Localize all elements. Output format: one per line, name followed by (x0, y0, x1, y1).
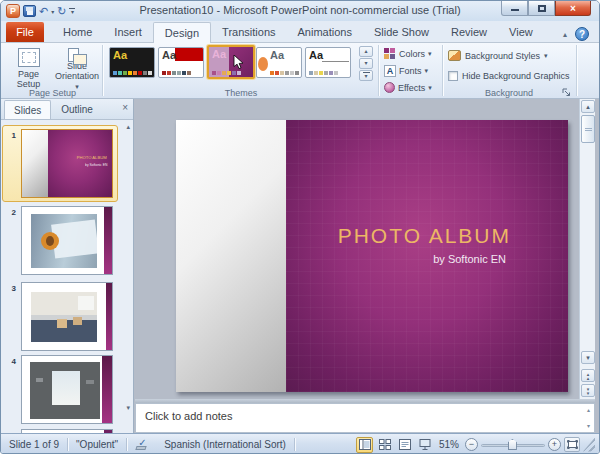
zoom-slider-thumb[interactable] (508, 439, 517, 450)
tab-view[interactable]: View (498, 21, 544, 42)
maximize-icon (538, 5, 546, 12)
zoom-out-button[interactable]: − (465, 438, 478, 451)
slide-subtitle-text[interactable]: by Softonic EN (433, 253, 506, 265)
notes-scroll-up-icon[interactable]: ▴ (587, 406, 590, 413)
minimize-button[interactable] (501, 1, 528, 16)
slide-counter[interactable]: Slide 1 of 9 (1, 434, 67, 454)
slide-show-view-button[interactable] (416, 437, 433, 453)
slide-number: 4 (4, 357, 16, 366)
slide-thumbnail-row-2[interactable]: 2 (1, 206, 134, 277)
zoom-slider[interactable] (481, 438, 545, 451)
minimize-ribbon-icon[interactable]: ▴ (563, 30, 567, 39)
theme-aa: Aa (270, 49, 284, 61)
thumb-title: PHOTO ALBUM (77, 155, 107, 160)
colors-icon (384, 48, 396, 60)
tab-animations[interactable]: Animations (287, 21, 363, 42)
next-slide-button[interactable]: ▾▾ (581, 384, 595, 397)
theme-thumbnail-opulent-selected[interactable]: Aa (207, 45, 255, 79)
vertical-scrollbar[interactable]: ▴ ▾ ▴▴ ▾▾ (579, 99, 595, 399)
chevron-down-icon: ▾ (428, 84, 432, 92)
slide-thumbnail-row-4[interactable]: 4 (1, 355, 134, 426)
zoom-level[interactable]: 51% (436, 439, 462, 450)
tab-slides[interactable]: Slides (4, 100, 51, 119)
notes-placeholder[interactable]: Click to add notes (145, 410, 232, 422)
slide-3-thumbnail[interactable] (21, 282, 113, 351)
scroll-up-icon[interactable]: ▴ (581, 100, 595, 113)
resize-grip[interactable] (583, 438, 595, 452)
background-dialog-launcher-icon[interactable] (562, 88, 571, 97)
slide-thumbnail-row-1[interactable]: 1 PHOTO ALBUM by Softonic EN (1, 129, 134, 200)
slide-gray-panel (176, 120, 286, 392)
slide-title-text[interactable]: PHOTO ALBUM (338, 224, 511, 248)
reading-view-icon (399, 439, 411, 450)
slide-2-thumbnail[interactable] (21, 206, 113, 275)
themes-scroll-up-icon[interactable]: ▴ (359, 46, 373, 57)
slide-number: 2 (4, 208, 16, 217)
panel-scroll-down-icon[interactable]: ▾ (126, 404, 130, 412)
slide-thumbnail-row-3[interactable]: 3 (1, 282, 134, 353)
status-bar: Slide 1 of 9 "Opulent" ✓ Spanish (Intern… (1, 433, 599, 454)
spellcheck-cell[interactable]: ✓ (127, 434, 156, 454)
page-setup-icon (18, 48, 40, 67)
fit-to-window-button[interactable] (564, 437, 580, 452)
theme-swatches (162, 71, 191, 75)
hide-background-graphics-row[interactable]: Hide Background Graphics (448, 71, 570, 81)
notes-scrollbar[interactable]: ▴ ▾ (587, 406, 590, 429)
language-indicator[interactable]: Spanish (International Sort) (156, 434, 294, 454)
tab-design[interactable]: Design (153, 22, 211, 43)
slide-sorter-icon (379, 439, 391, 450)
theme-thumbnail-red[interactable]: Aa (158, 47, 204, 78)
tab-slide-show[interactable]: Slide Show (363, 21, 440, 42)
previous-slide-button[interactable]: ▴▴ (581, 369, 595, 382)
fonts-button[interactable]: A Fonts▾ (382, 63, 430, 78)
window-controls: × (501, 1, 591, 16)
tab-insert[interactable]: Insert (103, 21, 153, 42)
theme-thumbnail-white-underline[interactable]: Aa (305, 47, 351, 78)
reading-view-button[interactable] (396, 437, 413, 453)
colors-button[interactable]: Colors▾ (382, 46, 434, 61)
group-background: Background Styles ▾ Hide Background Grap… (444, 43, 574, 99)
zoom-in-button[interactable]: + (548, 438, 561, 451)
normal-view-button[interactable] (356, 437, 373, 453)
tab-review[interactable]: Review (440, 21, 498, 42)
notes-pane[interactable]: Click to add notes ▴ ▾ (135, 403, 595, 433)
page-setup-button[interactable]: Page Setup (5, 45, 52, 92)
slide-purple-panel (286, 120, 568, 392)
tab-transitions[interactable]: Transitions (211, 21, 286, 42)
help-icon[interactable]: ? (575, 27, 589, 41)
slide-sorter-view-button[interactable] (376, 437, 393, 453)
theme-thumbnail-dark[interactable]: Aa (109, 47, 155, 78)
slide-number: 3 (4, 284, 16, 293)
slide-orientation-button[interactable]: Slide Orientation ▾ (53, 45, 101, 92)
background-group-label: Background (444, 88, 574, 98)
tab-file[interactable]: File (6, 22, 44, 42)
workspace: Slides Outline × ▴ 1 PHOTO ALBUM by Soft… (1, 99, 599, 433)
tab-home[interactable]: Home (52, 21, 103, 42)
theme-name[interactable]: "Opulent" (68, 434, 126, 454)
themes-gallery-scroll: ▴ ▾ ▾ (359, 46, 373, 82)
slides-panel: Slides Outline × ▴ 1 PHOTO ALBUM by Soft… (1, 99, 134, 433)
scrollbar-thumb[interactable] (581, 115, 595, 143)
theme-aa: Aa (309, 49, 323, 61)
scroll-down-icon[interactable]: ▾ (581, 351, 595, 364)
notes-scroll-down-icon[interactable]: ▾ (587, 422, 590, 429)
theme-aa: Aa (113, 49, 127, 61)
maximize-button[interactable] (528, 1, 555, 16)
background-styles-button[interactable]: Background Styles ▾ (448, 50, 548, 61)
slide-1-thumbnail[interactable]: PHOTO ALBUM by Softonic EN (21, 129, 113, 198)
theme-aa: Aa (212, 48, 226, 60)
themes-scroll-down-icon[interactable]: ▾ (359, 58, 373, 69)
close-pane-icon[interactable]: × (122, 103, 128, 113)
effects-button[interactable]: Effects▾ (382, 80, 434, 95)
hide-background-graphics-checkbox[interactable] (448, 71, 458, 81)
photo-doorway (30, 362, 100, 419)
plus-icon: + (552, 439, 557, 450)
theme-thumbnail-white-orange[interactable]: Aa (256, 47, 302, 78)
close-button[interactable]: × (555, 1, 591, 16)
tab-outline[interactable]: Outline (51, 100, 103, 119)
group-page-setup: Page Setup Slide Orientation ▾ Page Setu… (3, 43, 102, 99)
slide-canvas[interactable]: PHOTO ALBUM by Softonic EN (176, 120, 568, 392)
slide-editor[interactable]: PHOTO ALBUM by Softonic EN (135, 99, 578, 399)
themes-more-icon[interactable]: ▾ (359, 70, 373, 81)
slide-4-thumbnail[interactable] (21, 355, 113, 424)
